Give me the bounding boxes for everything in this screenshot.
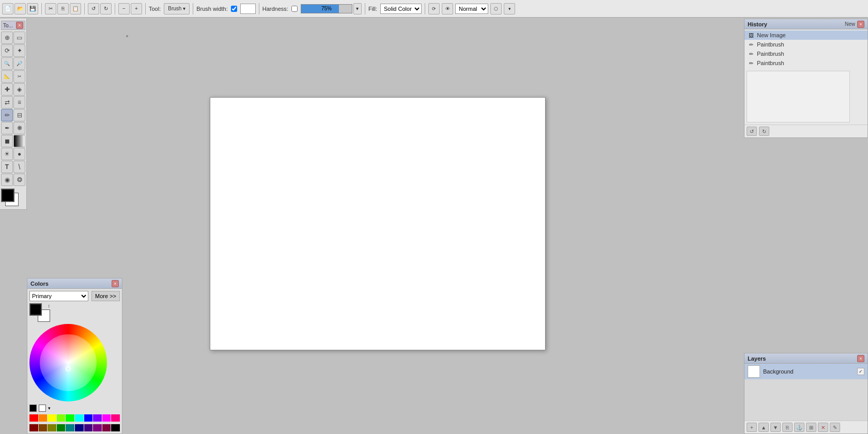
zoom-minus-btn[interactable]: 🔍 — [1, 57, 13, 70]
palette-purple[interactable] — [93, 414, 102, 422]
color-area — [1, 189, 26, 207]
gradient-tool-btn[interactable] — [13, 135, 25, 147]
blend-select[interactable]: Normal Multiply Screen Overlay — [455, 4, 488, 14]
palette-olive[interactable] — [48, 424, 56, 431]
blend-extra-btn[interactable]: ⬡ — [490, 3, 502, 14]
clone-tool-btn[interactable]: ❋ — [13, 122, 25, 134]
move-tool-btn[interactable]: ⊕ — [1, 32, 13, 44]
color-wheel[interactable] — [29, 324, 107, 401]
history-close-btn[interactable]: × — [857, 21, 864, 28]
palette-dark-red[interactable] — [29, 424, 38, 431]
heal-tool-btn[interactable]: ✚ — [1, 83, 13, 96]
color-picker-btn[interactable]: ◉ — [1, 174, 13, 186]
blend-more-btn[interactable]: ▾ — [504, 3, 515, 14]
palette-blue[interactable] — [84, 414, 93, 422]
brush-width-input[interactable]: 8 — [240, 4, 256, 14]
layer-anchor-btn[interactable]: ⚓ — [794, 423, 804, 432]
history-item-0[interactable]: 🖼 New Image — [745, 30, 867, 40]
palette-lgreen[interactable] — [57, 414, 66, 422]
fuzzy-select-btn[interactable]: ✦ — [13, 44, 25, 57]
history-item-2[interactable]: ✏ Paintbrush — [745, 49, 867, 58]
select-rect-tool-btn[interactable]: ▭ — [13, 32, 25, 44]
palette-green[interactable] — [66, 414, 74, 422]
bg-color-small[interactable] — [39, 405, 46, 412]
blend-refresh-btn[interactable]: ⟳ — [428, 3, 440, 14]
palette-black[interactable] — [111, 424, 120, 431]
toolbox-close-btn[interactable]: × — [16, 22, 23, 29]
layer-visible-background[interactable]: ✓ — [857, 368, 864, 375]
layer-delete-btn[interactable]: ✕ — [818, 423, 828, 432]
burn-tool-btn[interactable]: ● — [13, 148, 25, 160]
layer-item-background[interactable]: Background ✓ — [745, 364, 867, 379]
blend-icon-btn[interactable]: 👁 — [442, 3, 453, 14]
palette-dropdown-btn[interactable]: ▾ — [48, 406, 51, 411]
history-item-3[interactable]: ✏ Paintbrush — [745, 58, 867, 68]
brush-width-checkbox[interactable] — [231, 6, 237, 12]
smudge-tool-btn[interactable]: ❂ — [13, 174, 25, 186]
path-tool-btn[interactable]: \ — [13, 161, 25, 173]
cut-btn[interactable]: ✂ — [45, 3, 56, 14]
palette-magenta[interactable] — [102, 414, 111, 422]
palette-red[interactable] — [29, 414, 38, 422]
main-canvas[interactable] — [210, 97, 546, 350]
redo-btn[interactable]: ↻ — [100, 3, 112, 14]
color-mode-select[interactable]: Primary Secondary — [29, 291, 88, 301]
erase-tool-btn[interactable]: ⊟ — [13, 109, 25, 121]
crop-tool-btn[interactable]: ✂ — [13, 70, 25, 83]
align-tool-btn[interactable]: ≡ — [13, 96, 25, 109]
fill-tool-btn[interactable]: ◼ — [1, 135, 13, 147]
zoom-in-btn[interactable]: + — [131, 3, 142, 14]
layer-raise-btn[interactable]: ▲ — [758, 423, 769, 432]
palette-cyan[interactable] — [75, 414, 84, 422]
palette-dark-pink[interactable] — [102, 424, 111, 431]
layers-close-btn[interactable]: × — [857, 355, 864, 362]
text-tool-btn[interactable]: T — [1, 161, 13, 173]
fg-color-swatch[interactable] — [29, 303, 42, 316]
palette-brown[interactable] — [39, 424, 48, 431]
copy-btn[interactable]: ⎘ — [57, 3, 69, 14]
layer-duplicate-btn[interactable]: ⎘ — [782, 423, 793, 432]
fill-select[interactable]: Solid Color Pattern Gradient — [380, 4, 422, 14]
palette-orange[interactable] — [39, 414, 48, 422]
hardness-expand-btn[interactable]: ▾ — [353, 3, 362, 14]
palette-pink[interactable] — [111, 414, 120, 422]
swap-colors-btn[interactable]: ↕ — [48, 303, 51, 308]
paste-btn[interactable]: 📋 — [70, 3, 81, 14]
foreground-color-swatch[interactable] — [1, 189, 14, 202]
save-file-btn[interactable]: 💾 — [27, 3, 38, 14]
paintbrush-tool-btn[interactable]: ✏ — [1, 109, 13, 121]
colors-close-btn[interactable]: × — [112, 280, 119, 287]
hardness-bar-container[interactable]: 75% ▾ — [301, 3, 362, 14]
palette-indigo[interactable] — [84, 424, 93, 431]
layer-lower-btn[interactable]: ▼ — [770, 423, 781, 432]
history-item-1[interactable]: ✏ Paintbrush — [745, 40, 867, 49]
pencil-tool-btn[interactable]: ✒ — [1, 122, 13, 134]
layer-new-btn[interactable]: + — [747, 423, 757, 432]
measure-tool-btn[interactable]: 📐 — [1, 70, 13, 83]
hardness-checkbox[interactable] — [291, 6, 298, 12]
new-file-btn[interactable]: 📄 — [2, 3, 13, 14]
palette-yellow[interactable] — [48, 414, 56, 422]
flip-tool-btn[interactable]: ⇄ — [1, 96, 13, 109]
color-wheel-container[interactable] — [29, 324, 107, 401]
canvas-area[interactable] — [27, 19, 744, 434]
perspective-tool-btn[interactable]: ◈ — [13, 83, 25, 96]
lasso-tool-btn[interactable]: ⟳ — [1, 44, 13, 57]
dodge-tool-btn[interactable]: ☀ — [1, 148, 13, 160]
undo-btn[interactable]: ↺ — [88, 3, 99, 14]
layer-merge-btn[interactable]: ⊞ — [806, 423, 816, 432]
zoom-plus-btn[interactable]: 🔎 — [13, 57, 25, 70]
palette-dark-purple[interactable] — [93, 424, 102, 431]
fg-color-small[interactable] — [29, 405, 37, 412]
palette-dark-blue[interactable] — [75, 424, 84, 431]
tool-dropdown-btn[interactable]: Brush ▾ — [164, 3, 190, 14]
palette-dark-green[interactable] — [57, 424, 66, 431]
history-redo-btn[interactable]: ↻ — [759, 127, 769, 136]
zoom-out-btn[interactable]: − — [118, 3, 130, 14]
open-file-btn[interactable]: 📂 — [14, 3, 26, 14]
palette-teal[interactable] — [66, 424, 74, 431]
colors-more-btn[interactable]: More >> — [91, 291, 120, 301]
hardness-bar[interactable]: 75% — [301, 4, 352, 13]
layer-edit-btn[interactable]: ✎ — [830, 423, 840, 432]
history-undo-btn[interactable]: ↺ — [747, 127, 757, 136]
